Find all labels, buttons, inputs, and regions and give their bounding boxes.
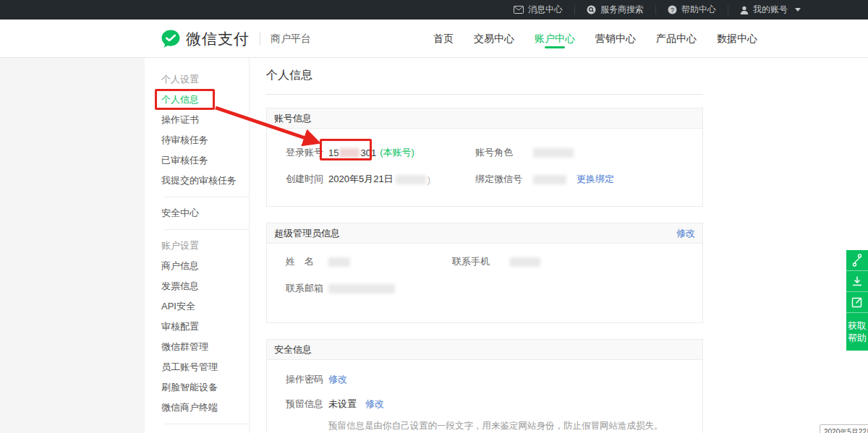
chevron-down-icon bbox=[795, 8, 801, 12]
panel-title: 超级管理员信息 bbox=[274, 227, 340, 240]
my-account-menu[interactable]: 我的账号 bbox=[728, 0, 812, 20]
brand-sub-title: 商户平台 bbox=[271, 33, 311, 46]
redacted-admin-name bbox=[328, 257, 350, 267]
wechat-pay-logo-icon bbox=[161, 29, 181, 49]
envelope-icon bbox=[514, 6, 524, 14]
magnifier-icon bbox=[587, 5, 596, 14]
admin-name-label: 姓 名 bbox=[286, 255, 328, 268]
login-account-value: 15301 (本账号) bbox=[328, 146, 414, 159]
account-info-panel-header: 账号信息 bbox=[267, 108, 702, 129]
edit-icon bbox=[851, 296, 863, 308]
login-account-prefix: 15 bbox=[328, 147, 339, 158]
admin-phone-field: 联系手机 bbox=[452, 255, 540, 268]
edit-operation-password-link[interactable]: 修改 bbox=[328, 373, 347, 386]
download-button[interactable] bbox=[846, 271, 868, 292]
nav-transaction-center[interactable]: 交易中心 bbox=[464, 20, 524, 58]
date-tooltip: 2020年5月22日 bbox=[820, 424, 868, 433]
sidebar-item-invoice-info[interactable]: 发票信息 bbox=[161, 276, 249, 296]
sidebar-item-wechat-merchant-terminal[interactable]: 微信商户终端 bbox=[161, 398, 249, 418]
topbar-item-label: 消息中心 bbox=[528, 4, 563, 16]
rebind-link[interactable]: 更换绑定 bbox=[576, 173, 614, 186]
reserved-info-status: 未设置 bbox=[328, 398, 357, 411]
main-nav: 首页 交易中心 账户中心 营销中心 产品中心 数据中心 bbox=[423, 20, 767, 58]
help-line: 预留信息是由你自己设置的一段文字，用来鉴定网站身份，防止假冒网站造成损失。 bbox=[328, 419, 702, 433]
redacted-login-middle bbox=[339, 148, 359, 158]
edit-reserved-info-link[interactable]: 修改 bbox=[365, 398, 384, 411]
nav-home[interactable]: 首页 bbox=[423, 20, 464, 58]
redacted-admin-email bbox=[328, 284, 395, 293]
nav-marketing-center[interactable]: 营销中心 bbox=[585, 20, 646, 58]
security-info-panel: 安全信息 操作密码 修改 预留信息 未设置 修改 bbox=[266, 339, 703, 433]
panel-title: 账号信息 bbox=[274, 112, 312, 125]
sidebar-divider bbox=[164, 229, 249, 230]
login-account-field: 登录账号 15301 (本账号) bbox=[286, 146, 475, 159]
title-divider bbox=[266, 94, 703, 95]
sidebar-item-personal-info[interactable]: 个人信息 bbox=[161, 90, 249, 110]
service-provider-search-link[interactable]: 服务商搜索 bbox=[575, 0, 655, 20]
login-account-label: 登录账号 bbox=[286, 146, 328, 159]
question-circle-icon: ? bbox=[668, 5, 677, 14]
super-admin-panel-header: 超级管理员信息 修改 bbox=[267, 223, 702, 244]
account-role-field: 账号角色 bbox=[475, 146, 574, 159]
admin-email-field: 联系邮箱 bbox=[286, 282, 475, 295]
sidebar-item-operation-certificate[interactable]: 操作证书 bbox=[161, 110, 249, 130]
main-content: 个人信息 账号信息 登录账号 15301 (本账号) bbox=[266, 58, 703, 433]
admin-name-field: 姓 名 bbox=[286, 255, 475, 268]
floating-action-bar: 获取帮助 bbox=[846, 250, 868, 351]
sidebar-item-my-submitted-review-tasks[interactable]: 我提交的审核任务 bbox=[161, 171, 249, 191]
message-center-link[interactable]: 消息中心 bbox=[502, 0, 574, 20]
security-info-panel-body: 操作密码 修改 预留信息 未设置 修改 预留信息是由你自己设置的一段文字，用来鉴… bbox=[267, 360, 702, 433]
sidebar-item-review-config[interactable]: 审核配置 bbox=[161, 317, 249, 337]
bound-wechat-field: 绑定微信号 更换绑定 bbox=[475, 173, 614, 186]
sidebar-item-pending-review-tasks[interactable]: 待审核任务 bbox=[161, 130, 249, 150]
sidebar-item-security-center[interactable]: 安全中心 bbox=[161, 203, 249, 223]
admin-phone-label: 联系手机 bbox=[452, 255, 510, 268]
link-icon bbox=[851, 254, 863, 267]
sidebar-item-wechat-group-management[interactable]: 微信群管理 bbox=[161, 337, 249, 357]
redacted-created-extra bbox=[396, 175, 426, 184]
redacted-admin-phone bbox=[510, 257, 540, 267]
feedback-button[interactable] bbox=[846, 292, 868, 313]
nav-product-center[interactable]: 产品中心 bbox=[646, 20, 707, 58]
bound-wechat-label: 绑定微信号 bbox=[475, 173, 533, 186]
admin-email-label: 联系邮箱 bbox=[286, 282, 328, 295]
sidebar-item-staff-account-management[interactable]: 员工账号管理 bbox=[161, 357, 249, 377]
nav-account-center[interactable]: 账户中心 bbox=[524, 20, 585, 58]
panel-title: 安全信息 bbox=[274, 343, 312, 356]
get-help-button[interactable]: 获取帮助 bbox=[846, 313, 868, 351]
operation-password-label: 操作密码 bbox=[286, 373, 328, 386]
login-account-suffix: 301 bbox=[360, 147, 376, 158]
sidebar: 个人设置 个人信息 操作证书 待审核任务 已审核任务 我提交的审核任务 安全中心… bbox=[145, 58, 250, 433]
created-time-value: 2020年5月21日) bbox=[328, 173, 430, 186]
page-body: 个人设置 个人信息 操作证书 待审核任务 已审核任务 我提交的审核任务 安全中心… bbox=[145, 58, 868, 433]
reserved-info-help: 预留信息是由你自己设置的一段文字，用来鉴定网站身份，防止假冒网站造成损失。 配置… bbox=[328, 419, 702, 433]
help-center-link[interactable]: ? 帮助中心 bbox=[656, 0, 728, 20]
topbar-menu: 消息中心 服务商搜索 ? 帮助中心 我的账号 bbox=[502, 0, 812, 20]
edit-super-admin-link[interactable]: 修改 bbox=[676, 227, 695, 240]
security-info-panel-header: 安全信息 bbox=[267, 340, 702, 360]
sidebar-item-merchant-info[interactable]: 商户信息 bbox=[161, 256, 249, 276]
wechat-pay-merchant-platform: 消息中心 服务商搜索 ? 帮助中心 我的账号 bbox=[0, 0, 868, 433]
svg-text:?: ? bbox=[671, 7, 674, 14]
sidebar-item-face-smart-device[interactable]: 刷脸智能设备 bbox=[161, 377, 249, 398]
sidebar-group-account-settings: 账户设置 bbox=[161, 236, 249, 256]
current-account-tag: (本账号) bbox=[380, 146, 414, 159]
account-info-panel: 账号信息 登录账号 15301 (本账号) 账号角色 bbox=[266, 108, 703, 207]
sidebar-group-personal-settings: 个人设置 bbox=[161, 69, 249, 90]
redacted-wechat-id bbox=[533, 175, 566, 184]
topbar-item-label: 我的账号 bbox=[753, 4, 788, 16]
created-paren: ) bbox=[427, 174, 430, 185]
topbar: 消息中心 服务商搜索 ? 帮助中心 我的账号 bbox=[0, 0, 868, 20]
sidebar-item-api-security[interactable]: API安全 bbox=[161, 296, 249, 317]
nav-data-center[interactable]: 数据中心 bbox=[707, 20, 767, 58]
person-icon bbox=[740, 6, 749, 14]
brand-name: 微信支付 bbox=[186, 29, 250, 49]
created-time-field: 创建时间 2020年5月21日) bbox=[286, 173, 475, 186]
brand-divider bbox=[260, 33, 260, 46]
download-icon bbox=[851, 275, 863, 287]
created-time-label: 创建时间 bbox=[286, 173, 328, 186]
brand[interactable]: 微信支付 商户平台 bbox=[161, 20, 311, 58]
operation-password-field: 操作密码 修改 bbox=[286, 373, 347, 386]
quick-link-button[interactable] bbox=[846, 250, 868, 271]
sidebar-item-reviewed-tasks[interactable]: 已审核任务 bbox=[161, 150, 249, 171]
